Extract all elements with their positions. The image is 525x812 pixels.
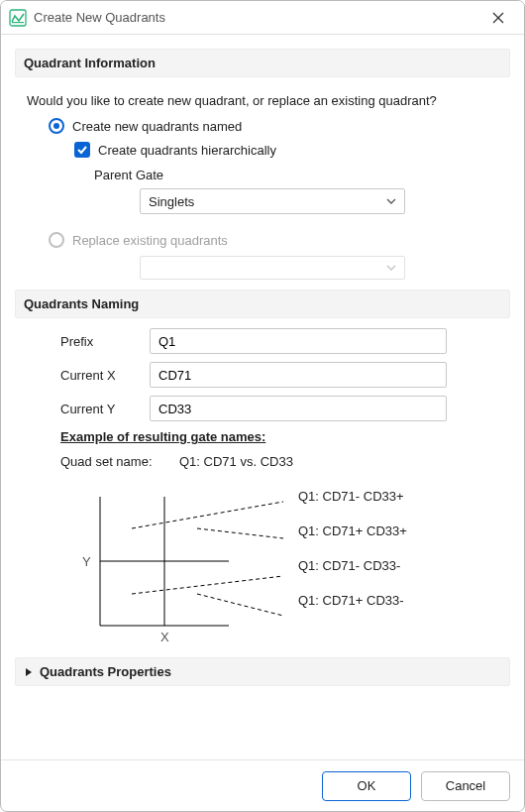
current-x-input[interactable] <box>150 362 447 388</box>
cancel-label: Cancel <box>446 778 485 793</box>
radio-create-new[interactable]: Create new quadrants named <box>49 118 502 134</box>
svg-rect-0 <box>10 10 26 26</box>
radio-selected-icon <box>49 118 64 134</box>
section-quadrant-information-body: Would you like to create new quadrant, o… <box>15 77 510 286</box>
checkbox-checked-icon <box>74 142 90 158</box>
title-bar: Create New Quadrants <box>1 1 524 35</box>
question-text: Would you like to create new quadrant, o… <box>27 93 502 108</box>
section-quadrants-naming-body: Prefix Current X Current Y Example of re… <box>15 318 510 651</box>
quadset-label: Quad set name: <box>60 454 179 469</box>
svg-marker-12 <box>26 668 32 676</box>
svg-rect-1 <box>12 22 24 23</box>
close-icon <box>492 12 504 24</box>
ok-button[interactable]: OK <box>322 771 411 801</box>
checkbox-hierarchical[interactable]: Create quadrants hierarchically <box>74 142 502 158</box>
quad-name-lower-right: Q1: CD71+ CD33- <box>298 593 407 608</box>
parent-gate-value: Singlets <box>149 194 194 209</box>
chevron-down-icon <box>384 261 398 275</box>
prefix-input[interactable] <box>150 328 447 354</box>
section-quadrant-information-header: Quadrant Information <box>15 49 510 77</box>
section-quadrants-properties[interactable]: Quadrants Properties <box>15 657 510 686</box>
quad-name-upper-right: Q1: CD71+ CD33+ <box>298 523 407 538</box>
section-quadrants-naming-header: Quadrants Naming <box>15 290 510 318</box>
quad-name-upper-left: Q1: CD71- CD33+ <box>298 489 407 504</box>
parent-gate-label: Parent Gate <box>94 168 502 182</box>
app-icon <box>9 9 27 27</box>
current-y-label: Current Y <box>60 402 150 416</box>
axis-x-label: X <box>160 630 169 644</box>
radio-create-label: Create new quadrants named <box>72 119 242 134</box>
chevron-down-icon <box>384 194 398 208</box>
arrow-right-icon <box>24 667 34 677</box>
dialog-window: Create New Quadrants Quadrant Informatio… <box>0 0 525 812</box>
quad-name-lower-left: Q1: CD71- CD33- <box>298 558 407 573</box>
cancel-button[interactable]: Cancel <box>421 771 510 801</box>
window-title: Create New Quadrants <box>34 10 165 25</box>
radio-replace-existing: Replace existing quadrants <box>49 232 502 248</box>
quadset-value: Q1: CD71 vs. CD33 <box>179 454 293 469</box>
replace-select <box>140 256 405 280</box>
radio-replace-label: Replace existing quadrants <box>72 233 228 248</box>
current-y-input[interactable] <box>150 396 447 421</box>
current-x-label: Current X <box>60 368 150 383</box>
prefix-label: Prefix <box>60 334 150 349</box>
svg-line-10 <box>132 576 283 594</box>
checkbox-hier-label: Create quadrants hierarchically <box>98 143 276 158</box>
quadrant-diagram: Y X <box>60 477 288 645</box>
example-header: Example of resulting gate names: <box>60 429 502 444</box>
parent-gate-select[interactable]: Singlets <box>140 188 405 214</box>
svg-line-9 <box>197 528 283 538</box>
svg-line-11 <box>197 594 283 616</box>
dialog-footer: OK Cancel <box>1 759 524 811</box>
axis-y-label: Y <box>82 554 91 569</box>
close-button[interactable] <box>480 4 516 32</box>
dialog-content: Quadrant Information Would you like to c… <box>1 35 524 759</box>
quadrants-properties-label: Quadrants Properties <box>40 664 171 679</box>
example-area: Quad set name: Q1: CD71 vs. CD33 <box>60 454 502 645</box>
svg-line-8 <box>132 502 283 528</box>
ok-label: OK <box>358 778 376 793</box>
radio-unselected-icon <box>49 232 64 248</box>
